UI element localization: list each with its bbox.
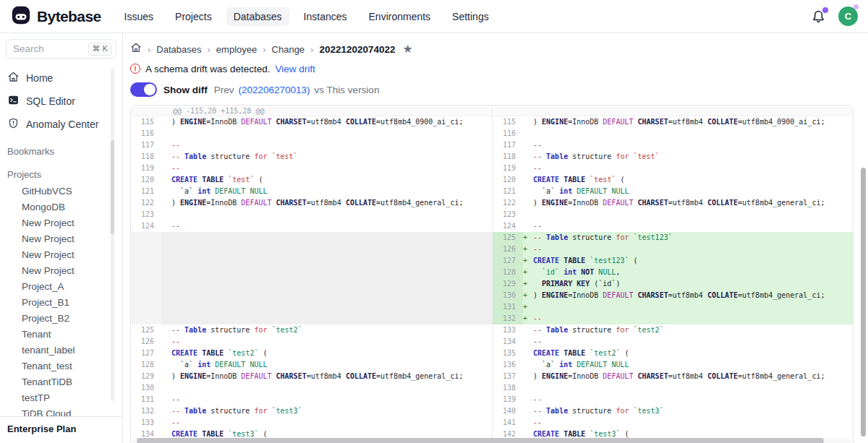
diff-marker: +	[523, 267, 533, 278]
line-number	[131, 290, 161, 301]
diff-line: 117--	[493, 139, 853, 151]
diff-panel-right: 115) ENGINE=InnoDB DEFAULT CHARSET=utf8m…	[492, 106, 853, 443]
search-box[interactable]: ⌘ K	[6, 39, 116, 59]
view-drift-link[interactable]: View drift	[276, 64, 315, 74]
line-number: 117	[493, 139, 523, 151]
diff-line: 128 `a` int DEFAULT NULL	[131, 359, 492, 371]
diff-marker	[523, 197, 533, 209]
diff-line: 141--	[493, 417, 853, 429]
line-number: 121	[493, 186, 523, 197]
code-text: --	[533, 163, 853, 174]
sidebar-item-home[interactable]: Home	[0, 67, 122, 89]
bytebase-logo[interactable]: Bytebase	[10, 4, 101, 29]
diff-marker: +	[523, 301, 533, 313]
diff-line: 136 `a` int DEFAULT NULL	[493, 359, 853, 371]
section-label-bookmarks: Bookmarks	[0, 143, 122, 160]
vertical-scrollbar-thumb[interactable]	[861, 168, 866, 436]
diff-marker	[523, 151, 533, 163]
project-item[interactable]: Project_B1	[0, 294, 122, 310]
project-item[interactable]: GitHubVCS	[0, 183, 122, 199]
line-number	[131, 244, 161, 255]
line-number	[131, 255, 161, 267]
code-text	[171, 244, 492, 255]
project-item[interactable]: Tenant	[0, 326, 122, 342]
line-number: 117	[131, 139, 161, 151]
diff-line: 129) ENGINE=InnoDB DEFAULT CHARSET=utf8m…	[131, 371, 492, 382]
sidebar-scrollbar[interactable]	[111, 68, 114, 401]
diff-line: 129+ PRIMARY KEY (`id`)	[493, 278, 853, 290]
breadcrumb-home-icon[interactable]	[130, 42, 142, 56]
line-number: 122	[493, 197, 523, 209]
project-item[interactable]: testTP	[0, 390, 122, 405]
code-text	[171, 128, 492, 139]
project-item[interactable]: TenantTiDB	[0, 374, 122, 390]
diff-marker	[161, 116, 171, 128]
project-item[interactable]: MongoDB	[0, 199, 122, 215]
diff-placeholder-line	[131, 301, 492, 313]
sidebar-item-sql-editor[interactable]: SQL Editor	[0, 90, 122, 112]
line-number: 115	[493, 116, 523, 128]
line-number: 138	[493, 382, 523, 394]
notifications-bell-icon[interactable]	[811, 9, 827, 25]
diff-marker: +	[523, 255, 533, 267]
breadcrumb-item[interactable]: 20221202074022	[319, 44, 395, 55]
breadcrumb-item[interactable]: employee	[216, 44, 257, 55]
diff-line: 131+	[493, 301, 853, 313]
code-text: -- Table structure for `test123`	[533, 232, 853, 244]
code-text: CREATE TABLE `test2` (	[533, 348, 853, 359]
project-item[interactable]: Project_A	[0, 278, 122, 294]
nav-item-instances[interactable]: Instances	[297, 7, 354, 26]
diff-line: 138	[493, 382, 853, 394]
diff-marker	[161, 359, 171, 371]
search-input[interactable]	[13, 43, 88, 54]
breadcrumb-item[interactable]: Databases	[156, 44, 201, 55]
code-text: --	[171, 139, 492, 151]
diff-line: 130+) ENGINE=InnoDB DEFAULT CHARSET=utf8…	[493, 290, 853, 301]
star-icon[interactable]: ★	[403, 44, 413, 54]
project-item[interactable]: New Project	[0, 246, 122, 262]
line-number: 135	[493, 348, 523, 359]
user-avatar[interactable]: C	[838, 7, 858, 26]
horizontal-scrollbar-track[interactable]	[132, 438, 851, 443]
code-text: -- Table structure for `test3`	[171, 405, 492, 417]
diff-placeholder-line	[131, 278, 492, 290]
hunk-header	[493, 106, 853, 116]
nav-item-databases[interactable]: Databases	[226, 7, 289, 26]
breadcrumb-item[interactable]: Change	[272, 44, 305, 55]
line-number: 118	[131, 151, 161, 163]
project-item[interactable]: tenant_label	[0, 342, 122, 358]
diff-marker	[161, 290, 171, 301]
nav-item-projects[interactable]: Projects	[168, 7, 219, 26]
horizontal-scrollbar-thumb[interactable]	[137, 438, 824, 443]
diff-toolbar: Show diff Prev (202206270013) vs This ve…	[130, 82, 854, 98]
line-number	[131, 232, 161, 244]
nav-item-environments[interactable]: Environments	[362, 7, 438, 26]
line-number: 137	[493, 371, 523, 382]
diff-marker	[523, 139, 533, 151]
project-item[interactable]: Project_B2	[0, 310, 122, 326]
diff-marker	[161, 197, 171, 209]
diff-line: 132+--	[493, 313, 853, 324]
show-diff-toggle[interactable]	[130, 82, 157, 97]
project-item[interactable]: New Project	[0, 231, 122, 246]
code-text	[533, 301, 853, 313]
line-number: 126	[131, 336, 161, 348]
project-item[interactable]: Tenant_test	[0, 358, 122, 374]
sidebar-scrollbar-thumb[interactable]	[111, 140, 114, 234]
diff-line: 126+--	[493, 244, 853, 255]
project-item[interactable]: New Project	[0, 215, 122, 231]
project-item[interactable]: New Project	[0, 262, 122, 278]
line-number: 133	[131, 417, 161, 429]
code-text	[171, 382, 492, 394]
nav-item-settings[interactable]: Settings	[445, 7, 496, 26]
nav-item-issues[interactable]: Issues	[117, 7, 161, 26]
diff-marker	[523, 220, 533, 232]
line-number: 120	[131, 174, 161, 186]
code-text: ) ENGINE=InnoDB DEFAULT CHARSET=utf8mb4 …	[171, 371, 492, 382]
diff-marker	[161, 382, 171, 394]
diff-marker	[161, 128, 171, 139]
line-number: 123	[493, 209, 523, 220]
prev-version-link[interactable]: (202206270013)	[239, 85, 310, 95]
code-text: `id` int NOT NULL,	[533, 267, 853, 278]
sidebar-item-anomaly-center[interactable]: Anomaly Center	[0, 113, 122, 135]
